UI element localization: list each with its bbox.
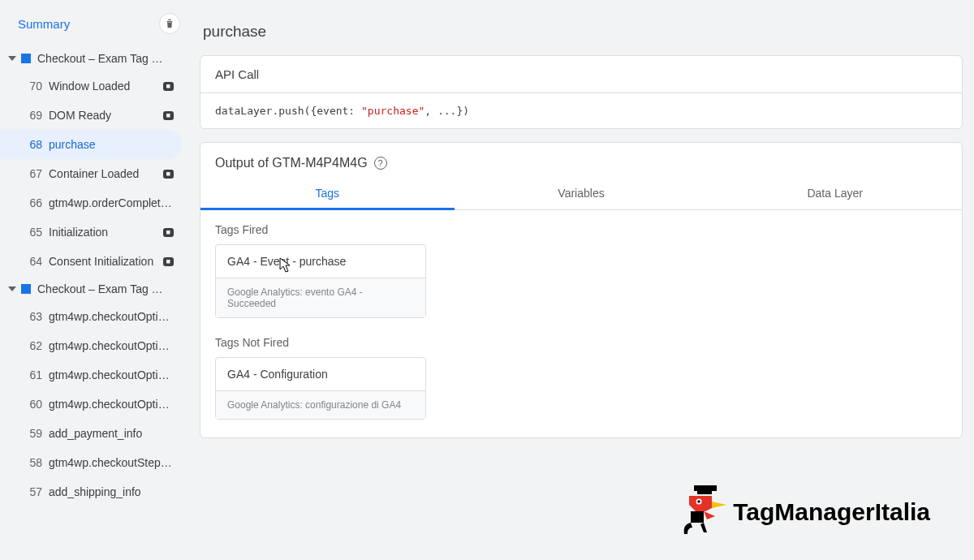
message-chip-icon: ■	[163, 257, 174, 266]
help-icon[interactable]: ?	[374, 157, 387, 170]
api-call-heading: API Call	[215, 67, 947, 81]
brand-text: TagManagerItalia	[733, 498, 930, 526]
event-group[interactable]: Checkout – Exam Tag …	[0, 276, 188, 302]
event-group[interactable]: Checkout – Exam Tag …	[0, 45, 188, 71]
tag-fired-card[interactable]: GA4 - Event - purchase Google Analytics:…	[215, 244, 426, 318]
output-heading: Output of GTM-M4P4M4G	[215, 156, 368, 170]
message-chip-icon: ■	[163, 170, 174, 179]
event-row-selected[interactable]: 68purchase	[0, 130, 182, 159]
tag-detail: Google Analytics: configurazione di GA4	[216, 390, 425, 419]
event-row[interactable]: 63gtm4wp.checkoutOptio…	[0, 302, 182, 331]
tags-not-fired-label: Tags Not Fired	[215, 336, 947, 349]
event-row[interactable]: 60gtm4wp.checkoutOptio…	[0, 390, 182, 419]
tab-tags[interactable]: Tags	[200, 177, 455, 209]
svg-rect-1	[697, 491, 712, 494]
event-row[interactable]: 59add_payment_info	[0, 419, 182, 448]
page-indicator-icon	[21, 284, 31, 294]
tag-not-fired-card[interactable]: GA4 - Configuration Google Analytics: co…	[215, 357, 426, 420]
caret-down-icon	[8, 56, 16, 61]
svg-point-5	[697, 500, 700, 503]
event-row[interactable]: 69DOM Ready■	[0, 101, 182, 130]
main-panel: purchase API Call dataLayer.push({event:…	[188, 0, 974, 560]
tab-variables[interactable]: Variables	[455, 177, 709, 209]
summary-link[interactable]: Summary	[18, 17, 70, 31]
api-call-card: API Call dataLayer.push({event: "purchas…	[200, 55, 963, 129]
svg-marker-3	[712, 502, 726, 508]
tag-name: GA4 - Configuration	[216, 358, 425, 390]
output-tabs: Tags Variables Data Layer	[200, 177, 962, 210]
clear-events-icon[interactable]	[159, 13, 180, 34]
tab-datalayer[interactable]: Data Layer	[708, 177, 962, 209]
tag-detail: Google Analytics: evento GA4 - Succeeded	[216, 278, 425, 317]
caret-down-icon	[8, 286, 16, 291]
api-call-code: dataLayer.push({event: "purchase", ...})	[200, 93, 962, 128]
event-row[interactable]: 57add_shipping_info	[0, 477, 182, 506]
svg-rect-0	[694, 485, 717, 491]
tags-fired-label: Tags Fired	[215, 223, 947, 236]
page-title: purchase	[203, 23, 963, 41]
event-row[interactable]: 70Window Loaded■	[0, 71, 182, 101]
event-row[interactable]: 64Consent Initialization■	[0, 247, 182, 276]
event-row[interactable]: 65Initialization■	[0, 218, 182, 247]
output-card: Output of GTM-M4P4M4G ? Tags Variables D…	[200, 142, 963, 438]
event-row[interactable]: 58gtm4wp.checkoutStepE…	[0, 448, 182, 477]
group-label: Checkout – Exam Tag …	[37, 282, 182, 295]
group-label: Checkout – Exam Tag …	[37, 52, 182, 65]
event-row[interactable]: 67Container Loaded■	[0, 159, 182, 188]
sidebar: Summary Checkout – Exam Tag … 70Window L…	[0, 0, 188, 560]
message-chip-icon: ■	[163, 228, 174, 237]
message-chip-icon: ■	[163, 82, 174, 91]
event-row[interactable]: 62gtm4wp.checkoutOptio…	[0, 331, 182, 360]
tag-name: GA4 - Event - purchase	[216, 245, 425, 278]
woodpecker-icon	[679, 484, 728, 541]
message-chip-icon: ■	[163, 111, 174, 120]
page-indicator-icon	[21, 54, 31, 63]
brand-logo: TagManagerItalia	[679, 484, 930, 541]
event-row[interactable]: 61gtm4wp.checkoutOptio…	[0, 360, 182, 390]
svg-rect-6	[691, 511, 704, 523]
event-row[interactable]: 66gtm4wp.orderComplete…	[0, 188, 182, 218]
